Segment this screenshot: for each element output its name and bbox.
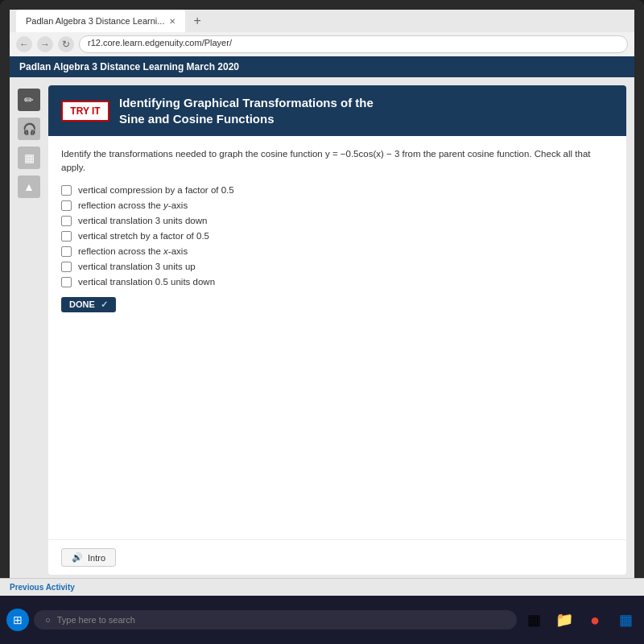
browser-chrome: Padlan Algebra 3 Distance Learni... ✕ + … <box>10 10 634 56</box>
checkbox-7[interactable] <box>61 277 72 287</box>
sidebar-icons: ✏ 🎧 ▦ ▲ <box>18 85 43 575</box>
browser-bottom-bar: Previous Activity <box>0 578 644 596</box>
new-tab-button[interactable]: + <box>188 14 205 28</box>
list-item[interactable]: vertical stretch by a factor of 0.5 <box>61 231 613 242</box>
search-placeholder: Type here to search <box>57 615 135 625</box>
page-header: Padlan Algebra 3 Distance Learning March… <box>10 56 634 77</box>
taskbar-icons: ▦ 📁 ● ▦ <box>522 608 638 632</box>
screen: Padlan Algebra 3 Distance Learni... ✕ + … <box>10 10 634 586</box>
refresh-button[interactable]: ↻ <box>58 36 74 52</box>
done-label: DONE <box>69 299 95 309</box>
done-chevron-icon: ✓ <box>101 299 108 310</box>
intro-label: Intro <box>88 553 105 563</box>
page-content: Padlan Algebra 3 Distance Learning March… <box>10 56 634 586</box>
active-tab[interactable]: Padlan Algebra 3 Distance Learni... ✕ <box>16 10 185 32</box>
intro-row: 🔊 Intro <box>48 539 626 575</box>
address-bar[interactable]: r12.core.learn.edgenuity.com/Player/ <box>79 35 628 53</box>
content-box: TRY IT Identifying Graphical Transformat… <box>48 85 626 575</box>
page-header-title: Padlan Algebra 3 Distance Learning March… <box>19 61 239 72</box>
taskbar-search-box[interactable]: ○ Type here to search <box>34 610 517 630</box>
taskbar-app-icon[interactable]: ▦ <box>613 608 638 632</box>
title-line2: Sine and Cosine Functions <box>119 112 275 126</box>
list-item[interactable]: vertical translation 3 units down <box>61 216 613 226</box>
list-item[interactable]: vertical translation 3 units up <box>61 262 613 272</box>
title-line1: Identifying Graphical Transformations of… <box>119 96 374 109</box>
headphones-icon[interactable]: 🎧 <box>18 118 40 140</box>
tab-close-icon[interactable]: ✕ <box>169 17 175 26</box>
checkbox-label-1: vertical compression by a factor of 0.5 <box>78 185 234 195</box>
checkbox-label-3: vertical translation 3 units down <box>78 216 207 225</box>
checkbox-label-5: reflection across the x-axis <box>78 246 188 256</box>
content-title: Identifying Graphical Transformations of… <box>119 95 374 126</box>
list-item[interactable]: reflection across the x-axis <box>61 246 613 257</box>
taskbar-chrome-icon[interactable]: ● <box>583 608 607 632</box>
question-text: Identify the transformations needed to g… <box>61 147 613 175</box>
back-button[interactable]: ← <box>16 36 32 52</box>
tab-label: Padlan Algebra 3 Distance Learni... <box>26 16 164 26</box>
checkbox-label-6: vertical translation 3 units up <box>78 262 196 271</box>
speaker-icon: 🔊 <box>72 552 83 563</box>
search-icon: ○ <box>45 615 51 625</box>
main-area: ✏ 🎧 ▦ ▲ TRY IT Identifying Graphical Tra… <box>10 77 634 583</box>
list-item[interactable]: reflection across the y-axis <box>61 200 613 211</box>
list-item[interactable]: vertical compression by a factor of 0.5 <box>61 185 613 196</box>
done-button[interactable]: DONE ✓ <box>61 297 116 312</box>
checkbox-1[interactable] <box>61 185 72 196</box>
address-bar-row: ← → ↻ r12.core.learn.edgenuity.com/Playe… <box>10 32 634 56</box>
windows-icon: ⊞ <box>13 613 23 626</box>
try-it-badge: TRY IT <box>61 101 109 122</box>
checkbox-label-4: vertical stretch by a factor of 0.5 <box>78 231 209 241</box>
start-button[interactable]: ⊞ <box>6 609 29 631</box>
taskbar-grid-icon[interactable]: ▦ <box>522 608 546 632</box>
checkbox-label-7: vertical translation 0.5 units down <box>78 277 215 287</box>
content-body: Identify the transformations needed to g… <box>48 136 626 539</box>
checkbox-list: vertical compression by a factor of 0.5 … <box>61 185 613 287</box>
checkbox-2[interactable] <box>61 200 72 211</box>
grid-icon[interactable]: ▦ <box>18 147 40 169</box>
forward-button[interactable]: → <box>37 36 53 52</box>
taskbar: ⊞ ○ Type here to search ▦ 📁 ● ▦ <box>0 596 644 644</box>
list-item[interactable]: vertical translation 0.5 units down <box>61 277 613 287</box>
checkbox-label-2: reflection across the y-axis <box>78 200 188 210</box>
taskbar-folder-icon[interactable]: 📁 <box>552 608 576 632</box>
laptop-bezel: Padlan Algebra 3 Distance Learni... ✕ + … <box>0 0 644 596</box>
checkbox-5[interactable] <box>61 246 72 257</box>
checkbox-3[interactable] <box>61 216 72 226</box>
checkbox-4[interactable] <box>61 231 72 242</box>
pencil-icon[interactable]: ✏ <box>18 89 40 111</box>
content-header: TRY IT Identifying Graphical Transformat… <box>48 85 626 136</box>
intro-button[interactable]: 🔊 Intro <box>61 548 116 567</box>
checkbox-6[interactable] <box>61 262 72 272</box>
arrow-up-icon[interactable]: ▲ <box>18 175 40 198</box>
prev-activity-link[interactable]: Previous Activity <box>10 583 75 592</box>
tab-bar: Padlan Algebra 3 Distance Learni... ✕ + <box>10 10 634 32</box>
